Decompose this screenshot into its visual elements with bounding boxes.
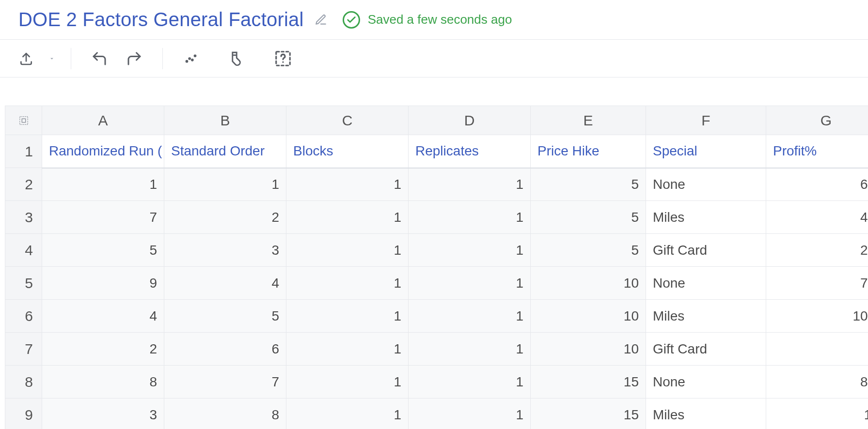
save-status: Saved a few seconds ago (343, 11, 512, 29)
column-letter-row: A B C D E F G (5, 106, 868, 135)
cell[interactable]: 8 (164, 398, 286, 429)
cell[interactable]: 1 (409, 333, 531, 366)
select-all-corner[interactable] (5, 106, 42, 135)
document-title[interactable]: DOE 2 Factors General Factorial (18, 9, 304, 31)
cell[interactable]: 3 (164, 234, 286, 267)
toolbar-separator (71, 48, 71, 69)
cell[interactable]: 1 (409, 366, 531, 398)
cell[interactable]: Miles (646, 201, 766, 234)
cell[interactable]: 1 (286, 168, 409, 201)
field-name-cell[interactable]: Randomized Run ( (42, 135, 164, 168)
cell[interactable]: 1 (286, 201, 409, 234)
cell[interactable]: 3 (42, 398, 164, 429)
cell[interactable]: 15 (531, 398, 646, 429)
row-header-6[interactable]: 6 (5, 300, 42, 333)
cell[interactable]: 15 (531, 366, 646, 398)
cell[interactable]: 5 (531, 234, 646, 267)
row-header-4[interactable]: 4 (5, 234, 42, 267)
cell[interactable]: 5 (42, 234, 164, 267)
select-all-icon (18, 115, 29, 126)
cell[interactable]: 10 (531, 300, 646, 333)
cell[interactable]: 1 (286, 333, 409, 366)
column-header-G[interactable]: G (766, 106, 868, 135)
cell[interactable]: 10 (531, 333, 646, 366)
row-header-2[interactable]: 2 (5, 168, 42, 201)
cell[interactable]: 1 (164, 168, 286, 201)
column-header-E[interactable]: E (531, 106, 646, 135)
cell[interactable]: Gift Card (646, 333, 766, 366)
cell[interactable]: 4 (42, 300, 164, 333)
cell[interactable]: 10 (531, 267, 646, 300)
sock-icon (226, 50, 243, 67)
cell[interactable]: 1 (42, 168, 164, 201)
field-name-cell[interactable]: Standard Order (164, 135, 286, 168)
insert-chart-button[interactable] (175, 44, 206, 73)
data-grid[interactable]: A B C D E F G 1 Randomized Run ( Standar… (5, 106, 868, 429)
column-header-B[interactable]: B (164, 106, 286, 135)
table-row: 7261110Gift Card6 (5, 333, 868, 366)
column-header-A[interactable]: A (42, 106, 164, 135)
cell[interactable]: 2 (42, 333, 164, 366)
cell[interactable]: 1 (409, 234, 531, 267)
cell[interactable]: Gift Card (646, 234, 766, 267)
field-name-cell[interactable]: Price Hike (531, 135, 646, 168)
cell[interactable]: 2 (164, 201, 286, 234)
cell[interactable]: 5 (531, 168, 646, 201)
share-dropdown[interactable] (46, 55, 58, 62)
undo-button[interactable] (84, 44, 115, 73)
cell[interactable]: 1 (409, 201, 531, 234)
row-header-3[interactable]: 3 (5, 201, 42, 234)
cell[interactable]: 1 (409, 267, 531, 300)
cell[interactable]: 7 (42, 201, 164, 234)
cell[interactable]: 8 (42, 366, 164, 398)
cell[interactable]: 7.2 (766, 267, 868, 300)
cell[interactable]: 4.6 (766, 201, 868, 234)
cell[interactable]: 4 (164, 267, 286, 300)
row-header-9[interactable]: 9 (5, 398, 42, 429)
cell[interactable]: 2.4 (766, 234, 868, 267)
row-header-7[interactable]: 7 (5, 333, 42, 366)
cell[interactable]: 1 (409, 300, 531, 333)
column-header-C[interactable]: C (286, 106, 409, 135)
field-name-cell[interactable]: Profit% (766, 135, 868, 168)
cell[interactable]: 5 (164, 300, 286, 333)
cell[interactable]: Miles (646, 398, 766, 429)
cell[interactable]: Miles (646, 300, 766, 333)
cell[interactable]: 6 (164, 333, 286, 366)
cell[interactable]: 1 (286, 267, 409, 300)
field-name-cell[interactable]: Replicates (409, 135, 531, 168)
edit-title-icon[interactable] (315, 14, 327, 26)
field-name-cell[interactable]: Blocks (286, 135, 409, 168)
redo-button[interactable] (119, 44, 150, 73)
cell[interactable]: 5 (531, 201, 646, 234)
row-header-1[interactable]: 1 (5, 135, 42, 168)
row-header-8[interactable]: 8 (5, 366, 42, 398)
chevron-down-icon (48, 55, 55, 62)
cell[interactable]: 1 (286, 366, 409, 398)
cell[interactable]: 6.8 (766, 168, 868, 201)
cell[interactable]: 1 (409, 398, 531, 429)
cell[interactable]: 10.8 (766, 300, 868, 333)
cell[interactable]: 6 (766, 333, 868, 366)
cell[interactable]: 8.8 (766, 366, 868, 398)
svg-rect-9 (19, 116, 28, 124)
cell[interactable]: 1 (286, 234, 409, 267)
distribution-tool-button[interactable] (219, 44, 250, 73)
spreadsheet[interactable]: A B C D E F G 1 Randomized Run ( Standar… (0, 106, 868, 429)
row-header-5[interactable]: 5 (5, 267, 42, 300)
column-header-D[interactable]: D (409, 106, 531, 135)
cell[interactable]: 1 (409, 168, 531, 201)
cell[interactable]: None (646, 366, 766, 398)
column-header-F[interactable]: F (646, 106, 766, 135)
cell[interactable]: 10 (766, 398, 868, 429)
cell[interactable]: 1 (286, 300, 409, 333)
cell[interactable]: 7 (164, 366, 286, 398)
cell[interactable]: 1 (286, 398, 409, 429)
cell[interactable]: None (646, 267, 766, 300)
missing-data-tool-button[interactable] (268, 44, 299, 73)
cell[interactable]: 9 (42, 267, 164, 300)
field-name-cell[interactable]: Special (646, 135, 766, 168)
cell[interactable]: None (646, 168, 766, 201)
svg-point-3 (191, 59, 194, 61)
share-button[interactable] (11, 44, 42, 73)
